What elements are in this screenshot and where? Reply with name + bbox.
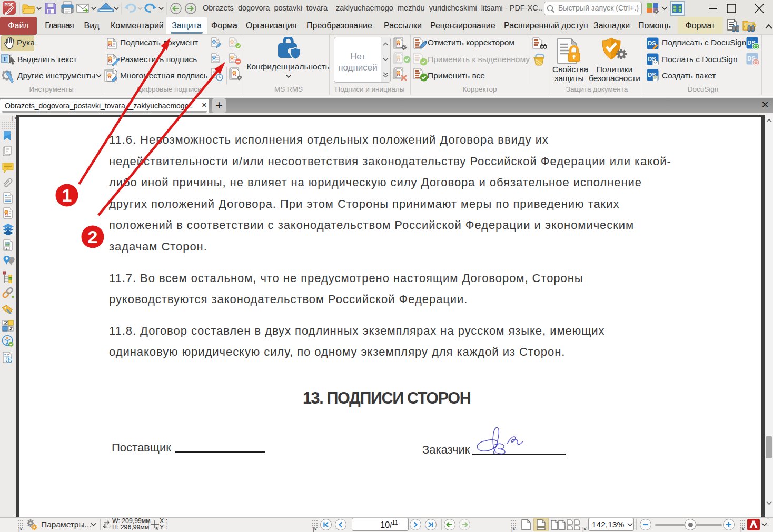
svg-text:2: 2	[88, 227, 98, 247]
svg-text:1: 1	[62, 185, 72, 205]
